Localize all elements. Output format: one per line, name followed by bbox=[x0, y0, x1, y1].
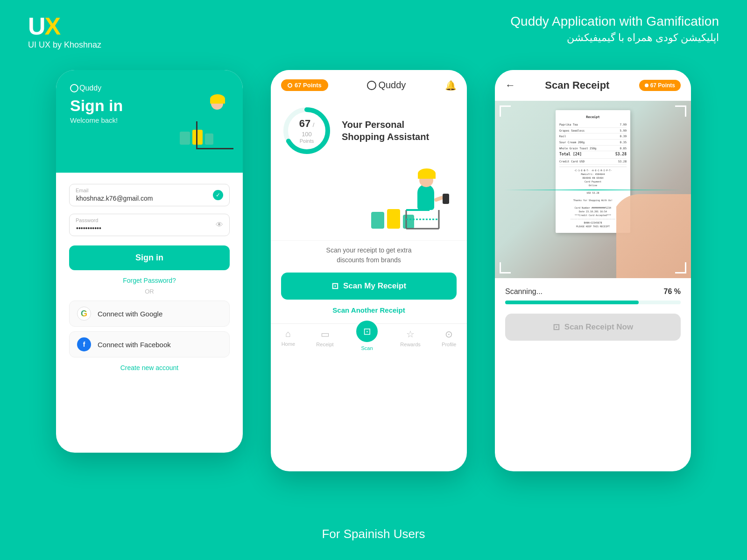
phone3-lower: Scanning... 76 % ⊡ Scan Receipt Now bbox=[495, 278, 691, 350]
notification-bell-icon[interactable]: 🔔 bbox=[445, 80, 457, 91]
scan-camera-area: Receipt Paprika Tea7.99 Grapes Seedless5… bbox=[495, 101, 691, 278]
header-title-fa: اپلیکیشن کودی همراه با گیمیفیکشن bbox=[510, 32, 719, 44]
p2-chair bbox=[402, 201, 448, 233]
password-label: Password bbox=[76, 217, 98, 223]
nav-scan-label: Scan bbox=[361, 345, 373, 351]
phone3-scan: ← Scan Receipt 67 Points Receipt Paprika… bbox=[495, 70, 691, 471]
google-icon: G bbox=[77, 307, 91, 321]
p2-hair bbox=[418, 168, 436, 179]
logo-area: UX UI UX by Khoshnaz bbox=[28, 14, 101, 50]
logo-text: UX bbox=[28, 14, 101, 38]
eye-icon[interactable]: 👁 bbox=[216, 221, 223, 229]
rewards-icon: ☆ bbox=[406, 329, 415, 340]
phone1-signin: Quddy Sign in Welcome back! bbox=[56, 70, 243, 453]
create-account-link[interactable]: Create new account bbox=[69, 364, 230, 371]
progress-bar-bg bbox=[505, 301, 681, 304]
phone1-illustration bbox=[177, 79, 233, 154]
scan-my-receipt-button[interactable]: ⊡ Scan My Receipt bbox=[281, 273, 457, 300]
email-check-icon: ✓ bbox=[213, 190, 223, 200]
scan-nav-button[interactable]: ⊡ bbox=[355, 319, 379, 343]
phone1-header: Quddy Sign in Welcome back! bbox=[56, 70, 243, 173]
google-signin-button[interactable]: G Connect with Google bbox=[69, 301, 230, 327]
password-group: Password 👁 bbox=[69, 214, 230, 236]
nav-home[interactable]: ⌂ Home bbox=[282, 329, 295, 351]
points-badge: 67 Points bbox=[281, 79, 328, 91]
phone2-navbar: ⌂ Home ▭ Receipt ⊡ Scan ☆ Rewards ⊙ Prof… bbox=[271, 323, 467, 355]
nav-receipt-label: Receipt bbox=[316, 342, 333, 347]
phone2-logo: Quddy bbox=[367, 80, 406, 91]
header-right: Quddy Application with Gamification اپلی… bbox=[510, 14, 719, 44]
signin-button[interactable]: Sign in bbox=[69, 245, 230, 270]
scan-nav-icon: ⊡ bbox=[363, 326, 371, 337]
nav-profile-label: Profile bbox=[442, 342, 456, 347]
scanning-status-row: Scanning... 76 % bbox=[505, 287, 681, 296]
forget-password-link[interactable]: Forget Password? bbox=[69, 277, 230, 284]
google-btn-label: Connect with Google bbox=[98, 310, 162, 318]
footer-text: For Spainish Users bbox=[322, 527, 425, 541]
ring-label: 67 / 100 Points bbox=[294, 118, 320, 144]
phone2-lower: Scan your receipt to get extra discounts… bbox=[271, 240, 467, 323]
phone1-body: Email ✓ Password 👁 Sign in Forget Passwo… bbox=[56, 173, 243, 383]
p2-girl-illustration bbox=[369, 156, 453, 236]
corner-tl bbox=[500, 105, 511, 117]
phone2-illustration bbox=[271, 156, 467, 240]
logo-subtitle: UI UX by Khoshnaz bbox=[28, 40, 101, 50]
scan-header-title: Scan Receipt bbox=[545, 79, 609, 91]
corner-bl bbox=[500, 262, 511, 273]
email-label: Email bbox=[76, 188, 89, 193]
hand-area bbox=[616, 175, 691, 278]
profile-icon: ⊙ bbox=[445, 329, 453, 340]
scan-background: Receipt Paprika Tea7.99 Grapes Seedless5… bbox=[495, 101, 691, 278]
girl-illustration bbox=[177, 79, 233, 154]
chair bbox=[196, 121, 233, 149]
progress-bar-fill bbox=[505, 301, 639, 304]
ring-numbers: 67 / 100 bbox=[294, 118, 320, 138]
phone2-topbar: 67 Points Quddy 🔔 bbox=[271, 70, 467, 96]
corner-tr bbox=[675, 105, 686, 117]
scanning-percent: 76 % bbox=[664, 287, 681, 296]
phone2-hero: 67 / 100 Points Your Personal Shopping A… bbox=[271, 96, 467, 156]
nav-profile[interactable]: ⊙ Profile bbox=[442, 329, 456, 351]
orange-dot bbox=[288, 83, 292, 88]
p2-bag2 bbox=[387, 209, 400, 229]
hand-illustration bbox=[616, 194, 691, 278]
facebook-icon: f bbox=[77, 337, 91, 351]
scan-now-icon: ⊡ bbox=[553, 322, 560, 332]
phone2-dashboard: 67 Points Quddy 🔔 67 / 100 bbox=[271, 70, 467, 471]
p2-bag1 bbox=[371, 212, 384, 229]
facebook-signin-button[interactable]: f Connect with Facebook bbox=[69, 331, 230, 357]
page-header: UX UI UX by Khoshnaz Quddy Application w… bbox=[28, 14, 719, 50]
nav-scan[interactable]: ⊡ Scan bbox=[355, 329, 379, 351]
girl-hair bbox=[210, 94, 225, 104]
or-divider: OR bbox=[69, 288, 230, 295]
nav-receipt[interactable]: ▭ Receipt bbox=[316, 329, 333, 351]
facebook-btn-label: Connect with Facebook bbox=[98, 341, 171, 349]
phone3-points-badge: 67 Points bbox=[639, 80, 681, 91]
hero-main-text: Your Personal Shopping Assistant bbox=[342, 119, 457, 143]
nav-rewards[interactable]: ☆ Rewards bbox=[400, 329, 420, 351]
points-badge-text: 67 Points bbox=[295, 82, 322, 89]
phone3-header: ← Scan Receipt 67 Points bbox=[495, 70, 691, 101]
scan-another-link[interactable]: Scan Another Receipt bbox=[281, 306, 457, 314]
page-footer: For Spainish Users bbox=[0, 527, 747, 541]
nav-home-label: Home bbox=[282, 341, 295, 347]
scanning-label: Scanning... bbox=[505, 287, 543, 296]
back-button[interactable]: ← bbox=[505, 79, 515, 91]
email-input[interactable] bbox=[69, 184, 230, 206]
phones-container: Quddy Sign in Welcome back! bbox=[0, 70, 747, 471]
hero-text: Your Personal Shopping Assistant bbox=[342, 119, 457, 143]
receipt-icon: ▭ bbox=[321, 329, 330, 340]
bag-1 bbox=[180, 132, 190, 145]
scan-now-button: ⊡ Scan Receipt Now bbox=[505, 314, 681, 341]
phone3-orange-dot bbox=[645, 84, 648, 87]
scan-description: Scan your receipt to get extra discounts… bbox=[281, 245, 457, 265]
home-icon: ⌂ bbox=[285, 329, 291, 339]
email-group: Email ✓ bbox=[69, 184, 230, 206]
logo-circle bbox=[70, 84, 78, 92]
nav-rewards-label: Rewards bbox=[400, 342, 420, 347]
progress-ring-wrapper: 67 / 100 Points bbox=[281, 105, 332, 156]
scan-receipt-icon: ⊡ bbox=[331, 281, 338, 291]
logo-circle-dark bbox=[367, 81, 376, 90]
header-title-en: Quddy Application with Gamification bbox=[510, 14, 719, 29]
